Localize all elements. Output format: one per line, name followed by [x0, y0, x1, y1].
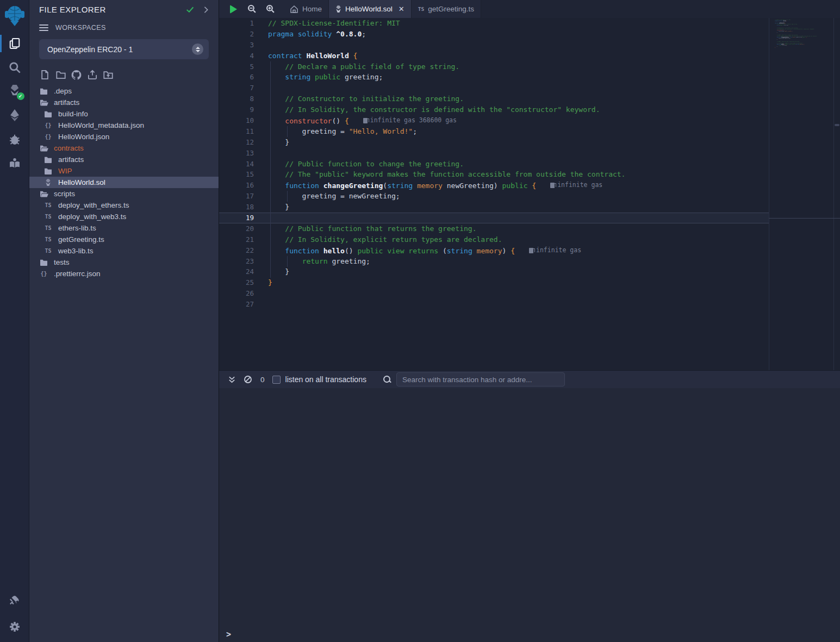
line-number[interactable]: 2 [219, 29, 254, 40]
code-editor[interactable]: 1// SPDX-License-Identifier: MIT2pragma … [219, 18, 840, 370]
tree-item-tests[interactable]: tests [29, 257, 219, 268]
terminal-collapse-icon[interactable] [226, 373, 238, 385]
line-number[interactable]: 4 [219, 51, 254, 61]
activity-debugger[interactable] [0, 127, 29, 151]
scrollbar-thumb[interactable] [835, 124, 839, 126]
line-number[interactable]: 24 [219, 266, 254, 277]
line-number[interactable]: 20 [219, 223, 254, 234]
code-line[interactable]: 6 string public greeting; [219, 72, 769, 83]
zoom-out-button[interactable] [245, 3, 258, 16]
activity-remix-logo[interactable] [0, 1, 29, 32]
code-line[interactable]: 3 [219, 40, 769, 51]
code-line[interactable]: 24 } [219, 266, 769, 277]
tab-HelloWorld.sol[interactable]: HelloWorld.sol✕ [329, 0, 412, 18]
code-line[interactable]: 27 [219, 299, 769, 310]
tree-item-WIP[interactable]: WIP [29, 165, 219, 177]
activity-solidity-compiler[interactable]: ✓ [0, 79, 29, 103]
run-script-button[interactable] [227, 3, 240, 16]
tree-item-artifacts[interactable]: artifacts [29, 97, 219, 108]
code-line[interactable]: 2pragma solidity ^0.8.0; [219, 29, 769, 40]
line-number[interactable]: 22 [219, 245, 254, 256]
code-line[interactable]: 26 [219, 288, 769, 299]
code-line[interactable]: 15 // The "public" keyword makes the fun… [219, 169, 769, 180]
code-line[interactable]: 10 constructor() {infinite gas 368600 ga… [219, 115, 769, 126]
line-number[interactable]: 11 [219, 126, 254, 137]
code-line[interactable]: 18 } [219, 202, 769, 213]
code-line[interactable]: 1// SPDX-License-Identifier: MIT [219, 18, 769, 29]
line-number[interactable]: 1 [219, 18, 254, 29]
code-line[interactable]: 12 } [219, 137, 769, 148]
line-number[interactable]: 13 [219, 148, 254, 159]
line-number[interactable]: 6 [219, 72, 254, 83]
upload-folder-button[interactable] [102, 69, 114, 80]
code-line[interactable]: 16 function changeGreeting(string memory… [219, 180, 769, 191]
activity-deploy-run[interactable] [0, 103, 29, 127]
tab-close-icon[interactable]: ✕ [399, 5, 405, 13]
code-line[interactable]: 17 greeting = newGreeting; [219, 191, 769, 202]
tree-item-build-info[interactable]: build-info [29, 108, 219, 120]
clear-console-icon[interactable] [242, 373, 254, 385]
line-number[interactable]: 16 [219, 180, 254, 191]
code-line[interactable]: 14 // Public function to change the gree… [219, 159, 769, 170]
code-line[interactable]: 25} [219, 277, 769, 288]
line-number[interactable]: 8 [219, 94, 254, 104]
activity-plugin-manager[interactable] [0, 588, 29, 612]
tree-item-.deps[interactable]: .deps [29, 85, 219, 97]
line-number[interactable]: 27 [219, 299, 254, 310]
tree-item-HelloWorld_metadata.json[interactable]: {}HelloWorld_metadata.json [29, 120, 219, 131]
github-button[interactable] [71, 69, 82, 80]
tree-item-HelloWorld.sol[interactable]: HelloWorld.sol [29, 177, 219, 188]
line-number[interactable]: 10 [219, 115, 254, 126]
code-line[interactable]: 20 // Public function that returns the g… [219, 223, 769, 234]
code-line[interactable]: 22 function hello() public view returns … [219, 245, 769, 256]
tree-item-contracts[interactable]: contracts [29, 142, 219, 154]
line-number[interactable]: 21 [219, 234, 254, 245]
code-line[interactable]: 21 // In Solidity, explicit return types… [219, 234, 769, 245]
line-number[interactable]: 26 [219, 288, 254, 299]
line-number[interactable]: 3 [219, 40, 254, 51]
code-line[interactable]: 13 [219, 148, 769, 159]
code-line[interactable]: 11 greeting = "Hello, World!"; [219, 126, 769, 137]
code-area[interactable]: 1// SPDX-License-Identifier: MIT2pragma … [219, 18, 769, 370]
line-number[interactable]: 23 [219, 256, 254, 267]
activity-settings[interactable] [0, 615, 29, 639]
code-line[interactable]: 23 return greeting; [219, 256, 769, 267]
zoom-in-button[interactable] [264, 3, 277, 16]
upload-file-button[interactable] [86, 69, 98, 80]
workspace-select[interactable]: OpenZeppelin ERC20 - 1 [39, 39, 209, 59]
line-number[interactable]: 25 [219, 277, 254, 288]
tab-Home[interactable]: Home [283, 0, 329, 18]
code-line[interactable]: 7 [219, 83, 769, 94]
terminal-search-input[interactable] [396, 372, 565, 387]
code-line[interactable]: 5 // Declare a public field of type stri… [219, 61, 769, 72]
tree-item-artifacts[interactable]: artifacts [29, 154, 219, 165]
minimap[interactable]: // SPDX-License-Identifier: MITpragma so… [769, 18, 833, 370]
line-number[interactable]: 17 [219, 191, 254, 202]
tree-item-getGreeting.ts[interactable]: TSgetGreeting.ts [29, 234, 219, 245]
tree-item-web3-lib.ts[interactable]: TSweb3-lib.ts [29, 245, 219, 257]
new-file-button[interactable] [39, 69, 51, 80]
tree-item-deploy_with_ethers.ts[interactable]: TSdeploy_with_ethers.ts [29, 200, 219, 211]
line-number[interactable]: 15 [219, 169, 254, 180]
chevron-right-icon[interactable] [202, 6, 210, 14]
line-number[interactable]: 12 [219, 137, 254, 148]
code-line[interactable]: 9 // In Solidity, the constructor is def… [219, 104, 769, 115]
activity-search[interactable] [0, 55, 29, 79]
tab-getGreeting.ts[interactable]: TSgetGreeting.ts [412, 0, 481, 18]
code-line[interactable]: 4contract HelloWorld { [219, 51, 769, 61]
tree-item-scripts[interactable]: scripts [29, 188, 219, 200]
tree-item-ethers-lib.ts[interactable]: TSethers-lib.ts [29, 222, 219, 234]
activity-file-explorer[interactable] [0, 32, 29, 55]
code-line[interactable]: 19 [219, 213, 769, 223]
new-folder-button[interactable] [55, 69, 66, 80]
line-number[interactable]: 18 [219, 202, 254, 213]
code-line[interactable]: 8 // Constructor to initialize the greet… [219, 94, 769, 104]
line-number[interactable]: 9 [219, 104, 254, 115]
line-number[interactable]: 7 [219, 83, 254, 94]
line-number[interactable]: 14 [219, 159, 254, 170]
line-number[interactable]: 19 [219, 213, 254, 223]
tree-item-deploy_with_web3.ts[interactable]: TSdeploy_with_web3.ts [29, 211, 219, 222]
listen-transactions-checkbox[interactable] [272, 376, 281, 384]
tree-item-HelloWorld.json[interactable]: {}HelloWorld.json [29, 131, 219, 142]
activity-learneth[interactable] [0, 151, 29, 175]
